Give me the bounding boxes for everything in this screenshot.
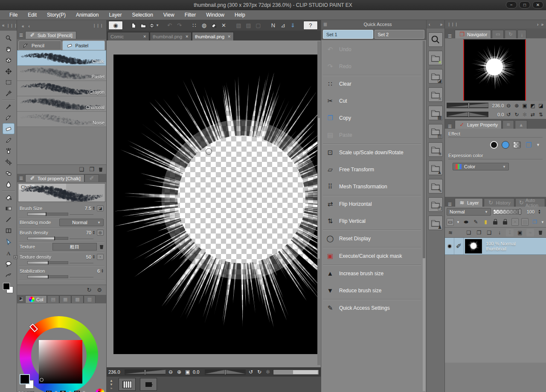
- blend-mode-dropdown[interactable]: Normal ▼: [447, 208, 491, 216]
- collapse-icons[interactable]: «‹: [20, 22, 32, 29]
- select-tone-button[interactable]: ◍: [200, 21, 209, 30]
- panel-menu-icon[interactable]: ☰: [446, 202, 454, 207]
- texture-density-slider[interactable]: [27, 261, 68, 264]
- panel-menu-icon[interactable]: ☰: [321, 22, 329, 27]
- transfer-down-icon[interactable]: ↧: [506, 229, 514, 236]
- decoration-tool[interactable]: [3, 156, 15, 167]
- tab-brush-detail[interactable]: ✐: [84, 174, 99, 182]
- menu-selection[interactable]: Selection: [127, 10, 158, 20]
- zoom-out-icon[interactable]: ⊖: [167, 369, 174, 375]
- tab-history[interactable]: ↻History: [484, 198, 514, 207]
- qa-flip-horizontal[interactable]: ⇄Flip Horizontal: [322, 196, 422, 213]
- fill-bucket-tool[interactable]: [3, 192, 15, 203]
- subtool-collapse-strip[interactable]: «‹ ❘❘❘: [17, 20, 107, 31]
- color-wheel-mode-button[interactable]: [96, 389, 105, 392]
- folder-download-button[interactable]: ✎: [428, 179, 443, 193]
- pen-tool[interactable]: [3, 112, 15, 123]
- delete-layer-icon[interactable]: [537, 229, 544, 236]
- menu-view[interactable]: View: [158, 10, 180, 20]
- snap-down-button[interactable]: ⇓: [288, 21, 297, 30]
- figure-pair-tool[interactable]: [3, 167, 15, 179]
- flip-vertical-icon[interactable]: ◪: [537, 103, 544, 109]
- collapse-left-icon[interactable]: «: [0, 23, 7, 28]
- blend-tool[interactable]: [3, 179, 15, 190]
- navigator-rotate-slider[interactable]: [447, 112, 488, 117]
- object-tool[interactable]: [3, 236, 15, 247]
- new-timeline-button[interactable]: [119, 378, 136, 391]
- qa-clear[interactable]: ∷Clear: [322, 75, 422, 92]
- move-hand-tool[interactable]: [3, 43, 15, 55]
- qa-scale-up-scale-down-rotate[interactable]: ⊡Scale up/Scale down/Rotate: [322, 144, 422, 161]
- document-tab[interactable]: thumbnail.png✕: [150, 32, 192, 40]
- menu-help[interactable]: Help: [229, 10, 250, 20]
- folder-tone-button[interactable]: ▩: [428, 106, 443, 120]
- delete-subtool-icon[interactable]: [99, 167, 103, 172]
- tab-symmetry[interactable]: ▲: [515, 120, 527, 129]
- pastel-tool[interactable]: [3, 123, 15, 134]
- rotate-cw-icon[interactable]: ↻: [256, 369, 263, 375]
- lamp-chip-icon[interactable]: ◎: [97, 230, 104, 236]
- timeline-scroll-arrows[interactable]: ▲▼»: [108, 379, 114, 390]
- sq-chip-icon[interactable]: ▫: [97, 254, 104, 260]
- new-file-button[interactable]: [129, 21, 138, 30]
- folder-pose-button[interactable]: ♟: [428, 216, 443, 230]
- collapse-all-right-icon[interactable]: »: [541, 22, 543, 27]
- tool-strip-collapse[interactable]: « ❘❘❘: [0, 20, 17, 31]
- mask-icon[interactable]: ▨: [521, 218, 529, 226]
- subtool-item-charcoal[interactable]: Charcoal: [17, 96, 106, 112]
- folder-3d-button[interactable]: ❒: [428, 197, 443, 212]
- new-subtool-icon[interactable]: ❐: [88, 166, 95, 173]
- transform-button[interactable]: ✕: [219, 21, 228, 30]
- flip-v-view-icon[interactable]: ⇅: [537, 112, 544, 118]
- qa-reset-display[interactable]: ◯Reset Display: [322, 230, 422, 247]
- blending-mode-dropdown[interactable]: Normal▼: [59, 219, 104, 226]
- sv-cursor[interactable]: [40, 378, 44, 382]
- menu-edit[interactable]: Edit: [23, 10, 42, 20]
- layer-palette-color-icon[interactable]: ❐: [531, 218, 538, 226]
- panel-menu-icon[interactable]: ☰: [17, 176, 25, 181]
- tab-sub-view[interactable]: ▭: [492, 30, 504, 38]
- subtool-item-crayon[interactable]: Crayon: [17, 81, 106, 96]
- qa-flip-vertical[interactable]: ⇅Flip Vertical: [322, 213, 422, 230]
- eyedropper-tool[interactable]: [3, 101, 15, 112]
- fit-window-icon[interactable]: ▣: [521, 103, 528, 109]
- tab-intermediate-color[interactable]: ▩: [71, 295, 83, 303]
- layer-search-icon[interactable]: ≋: [447, 229, 454, 236]
- airbrush-tool[interactable]: [3, 145, 15, 156]
- clip-studio-open-button[interactable]: ◉: [108, 21, 123, 30]
- folder-effect-lines-button[interactable]: ✳: [428, 142, 443, 157]
- expression-color-dropdown[interactable]: Color ▼: [453, 163, 509, 170]
- qa-cut[interactable]: ✂Cut: [322, 92, 422, 110]
- canvas-zoom-slider[interactable]: [125, 369, 166, 375]
- reset-rotation-icon[interactable]: ✻: [521, 112, 528, 118]
- lock-layer-icon[interactable]: [492, 218, 499, 226]
- set-as-ruler-icon[interactable]: ✕: [511, 218, 519, 226]
- enable-timeline-button[interactable]: [140, 378, 157, 391]
- main-color[interactable]: [3, 283, 10, 290]
- stepper-icon[interactable]: ▲▼: [101, 269, 104, 273]
- curve-ruler-button[interactable]: N: [269, 21, 278, 30]
- canvas-document[interactable]: [113, 55, 319, 354]
- gradient-tool[interactable]: [3, 203, 15, 214]
- new-folder-icon[interactable]: ❐: [475, 229, 483, 236]
- stepper-icon[interactable]: ▲▼: [93, 231, 95, 235]
- folder-manga-material-button[interactable]: ✕: [428, 87, 443, 102]
- folder-monochromatic-pattern-button[interactable]: ◪: [428, 69, 443, 84]
- text-tool[interactable]: A: [3, 247, 15, 258]
- main-sub-color-swatches[interactable]: [3, 283, 14, 294]
- reset-rotation-icon[interactable]: ✻: [264, 369, 271, 375]
- zoom-in-icon[interactable]: ⊕: [513, 103, 520, 109]
- fill-button[interactable]: [209, 21, 218, 30]
- rotate-cw-icon[interactable]: ↻: [513, 112, 520, 118]
- copy-subtool-icon[interactable]: ❏: [78, 166, 85, 173]
- brush-tool[interactable]: [3, 134, 15, 145]
- document-tab[interactable]: thumbnail.png✕: [192, 32, 234, 40]
- maximize-button[interactable]: □: [519, 1, 530, 9]
- highlighter-icon[interactable]: ▮: [482, 218, 489, 226]
- qa-tab-set2[interactable]: Set 2: [375, 30, 425, 39]
- line-tool[interactable]: [3, 214, 15, 225]
- subtool-item-chalk[interactable]: Chalk: [17, 50, 106, 66]
- expand-all-icon[interactable]: »: [440, 22, 442, 27]
- rotate-ccw-icon[interactable]: ↺: [505, 112, 512, 118]
- apply-mask-icon[interactable]: ≈: [526, 229, 534, 236]
